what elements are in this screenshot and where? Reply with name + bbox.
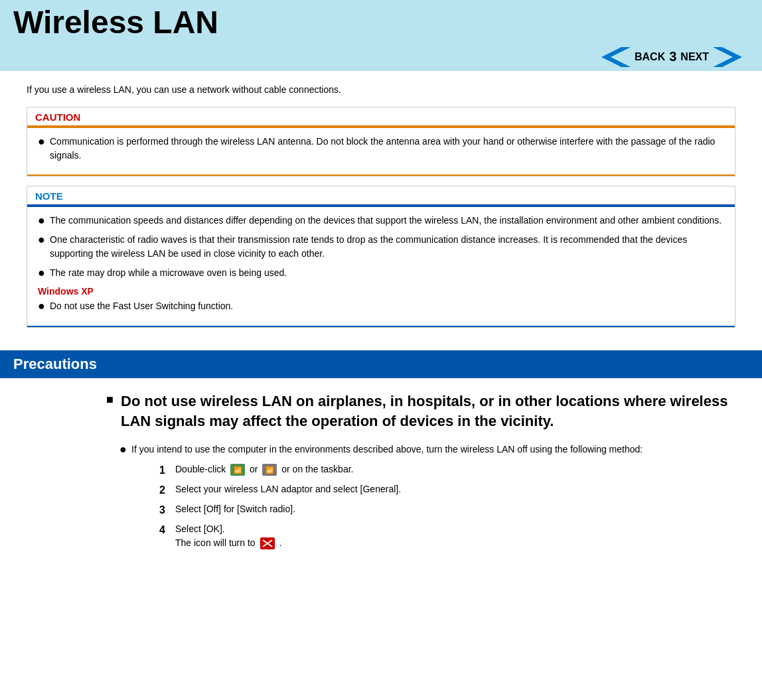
note-item-3: The rate may drop while a microwave oven… xyxy=(50,266,724,280)
page-number: 3 xyxy=(669,49,676,64)
step-number-4: 4 xyxy=(159,522,175,538)
step-number-1: 1 xyxy=(159,462,175,478)
step-item-4: 4 Select [OK]. The icon will turn to . xyxy=(159,522,735,550)
step-item-2: 2 Select your wireless LAN adaptor and s… xyxy=(159,482,735,498)
precautions-header: Precautions xyxy=(0,350,762,378)
wifi-icon-red xyxy=(260,537,275,549)
bullet-dot: ● xyxy=(38,135,50,149)
steps-list: 1 Double-click 📶 or 📶 xyxy=(119,462,735,550)
list-item: ● One characteristic of radio waves is t… xyxy=(38,233,724,261)
square-bullet-icon: ■ xyxy=(106,393,121,407)
note-box: NOTE ● The communication speeds and dist… xyxy=(27,186,735,328)
precautions-sub-text: If you intend to use the computer in the… xyxy=(131,443,735,456)
list-item: ● Communication is performed through the… xyxy=(38,135,724,163)
note-content: ● The communication speeds and distances… xyxy=(27,207,735,327)
wifi-icon-gray: 📶 xyxy=(262,464,277,476)
caution-item-1: Communication is performed through the w… xyxy=(50,135,724,163)
note-label: NOTE xyxy=(27,186,735,206)
windows-xp-label: Windows XP xyxy=(38,286,724,297)
step-text-1: Double-click 📶 or 📶 or on the xyxy=(175,462,735,476)
next-arrow-icon[interactable] xyxy=(713,47,742,67)
intro-text: If you use a wireless LAN, you can use a… xyxy=(27,84,735,95)
precautions-sub: ● If you intend to use the computer in t… xyxy=(106,443,735,550)
list-item: ● The communication speeds and distances… xyxy=(38,214,724,228)
list-item: ● Do not use the Fast User Switching fun… xyxy=(38,299,724,314)
precautions-main-bullet: ■ Do not use wireless LAN on airplanes, … xyxy=(106,391,735,433)
precautions-content: ■ Do not use wireless LAN on airplanes, … xyxy=(0,378,762,571)
precautions-section: Precautions ■ Do not use wireless LAN on… xyxy=(0,350,762,571)
caution-label: CAUTION xyxy=(27,107,735,127)
svg-marker-1 xyxy=(713,47,742,67)
svg-marker-0 xyxy=(601,47,631,67)
list-item: ● If you intend to use the computer in t… xyxy=(119,443,735,457)
caution-box: CAUTION ● Communication is performed thr… xyxy=(27,107,735,176)
step-number-3: 3 xyxy=(159,502,175,518)
bullet-dot: ● xyxy=(38,214,50,228)
step-text-4: Select [OK]. The icon will turn to . xyxy=(175,522,735,550)
back-arrow-icon[interactable] xyxy=(601,47,631,67)
wifi-icon-green: 📶 xyxy=(230,464,245,476)
step-item-3: 3 Select [Off] for [Switch radio]. xyxy=(159,502,735,518)
step-item-1: 1 Double-click 📶 or 📶 xyxy=(159,462,735,478)
note-item-1: The communication speeds and distances d… xyxy=(50,214,724,228)
back-label: BACK xyxy=(635,51,665,63)
main-content: If you use a wireless LAN, you can use a… xyxy=(0,71,762,350)
note-item-2: One characteristic of radio waves is tha… xyxy=(50,233,724,261)
windows-xp-item: Do not use the Fast User Switching funct… xyxy=(50,299,724,313)
bullet-dot: ● xyxy=(38,233,50,247)
step-number-2: 2 xyxy=(159,482,175,498)
navigation-bar: BACK 3 NEXT xyxy=(13,43,749,71)
caution-content: ● Communication is performed through the… xyxy=(27,128,735,176)
next-label: NEXT xyxy=(680,51,709,63)
precautions-main-text: Do not use wireless LAN on airplanes, in… xyxy=(121,391,735,433)
svg-text:📶: 📶 xyxy=(266,466,274,474)
bullet-dot: ● xyxy=(119,443,131,457)
step-text-2: Select your wireless LAN adaptor and sel… xyxy=(175,482,735,496)
step-text-3: Select [Off] for [Switch radio]. xyxy=(175,502,735,516)
bullet-dot: ● xyxy=(38,266,50,281)
page-header: Wireless LAN BACK 3 NEXT xyxy=(0,0,762,71)
page-title: Wireless LAN xyxy=(13,5,749,43)
list-item: ● The rate may drop while a microwave ov… xyxy=(38,266,724,281)
bullet-dot: ● xyxy=(38,299,50,314)
svg-text:📶: 📶 xyxy=(234,466,242,474)
